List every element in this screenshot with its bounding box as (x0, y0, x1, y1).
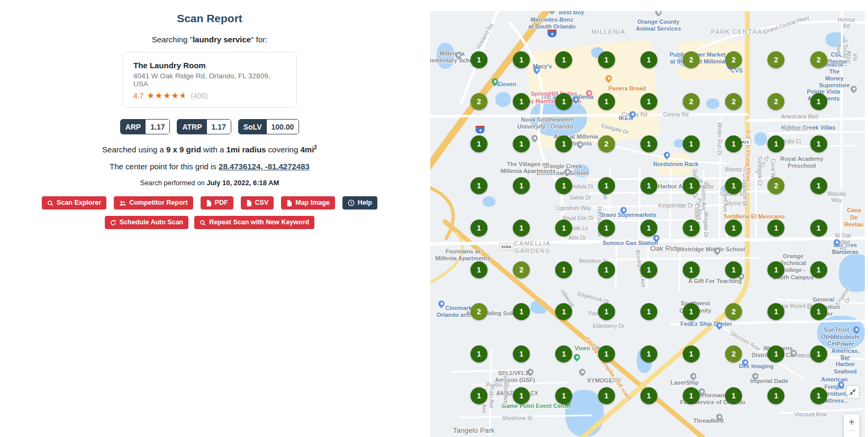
grid-marker[interactable]: 1 (555, 135, 572, 152)
grid-marker[interactable]: 2 (767, 93, 784, 110)
metric-label: SoLV (239, 120, 267, 134)
grid-marker[interactable]: 1 (640, 261, 657, 278)
grid-marker[interactable]: 2 (725, 303, 742, 320)
repeat-scan-with-new-keyword-button[interactable]: Repeat Scan with New Keyword (194, 216, 314, 229)
grid-marker[interactable]: 1 (513, 220, 530, 236)
grid-marker[interactable]: 2 (598, 135, 615, 152)
grid-marker[interactable]: 1 (810, 261, 827, 278)
grid-marker[interactable]: 1 (683, 345, 700, 362)
grid-marker[interactable]: 1 (725, 177, 742, 194)
grid-marker[interactable]: 2 (471, 93, 487, 110)
grid-marker[interactable]: 1 (598, 220, 615, 236)
grid-marker[interactable]: 1 (555, 51, 572, 68)
grid-marker[interactable]: 2 (471, 303, 487, 320)
grid-marker[interactable]: 1 (555, 345, 572, 362)
page-title: Scan Report (72, 12, 347, 25)
grid-marker[interactable]: 2 (725, 345, 742, 362)
grid-marker[interactable]: 1 (598, 303, 615, 320)
grid-marker[interactable]: 1 (725, 220, 742, 236)
grid-marker[interactable]: 1 (555, 93, 572, 110)
grid-marker[interactable]: 1 (640, 220, 657, 236)
grid-marker[interactable]: 1 (555, 303, 572, 320)
search-keyword: laundry service (193, 35, 251, 44)
business-name: The Laundry Room (133, 61, 286, 70)
grid-marker[interactable]: 1 (767, 261, 784, 278)
grid-marker[interactable]: 1 (640, 177, 657, 194)
grid-marker[interactable]: 2 (683, 51, 700, 68)
grid-marker[interactable]: 1 (471, 51, 487, 68)
grid-marker[interactable]: 1 (471, 345, 487, 362)
grid-marker[interactable]: 1 (810, 387, 827, 404)
grid-marker[interactable]: 1 (555, 220, 572, 236)
center-coordinates-link[interactable]: 28.4736124, -81.4272483 (219, 162, 310, 171)
grid-marker[interactable]: 2 (683, 93, 700, 110)
grid-marker[interactable]: 1 (513, 51, 530, 68)
grid-marker[interactable]: 1 (471, 135, 487, 152)
grid-marker[interactable]: 1 (767, 303, 784, 320)
competitor-report-button[interactable]: Competitor Report (114, 196, 193, 210)
grid-marker[interactable]: 1 (683, 177, 700, 194)
help-button[interactable]: ?Help (342, 196, 377, 210)
grid-marker[interactable]: 1 (555, 261, 572, 278)
grid-marker[interactable]: 1 (810, 177, 827, 194)
csv-button[interactable]: CSV (241, 196, 274, 210)
grid-marker[interactable]: 2 (725, 93, 742, 110)
grid-marker[interactable]: 1 (555, 387, 572, 404)
grid-marker[interactable]: 1 (513, 345, 530, 362)
grid-marker[interactable]: 1 (725, 387, 742, 404)
map-image-button[interactable]: Map Image (281, 196, 335, 210)
zoom-in-button[interactable]: + (844, 414, 860, 430)
grid-marker[interactable]: 2 (767, 177, 784, 194)
grid-marker[interactable]: 1 (767, 387, 784, 404)
grid-marker[interactable]: 1 (640, 135, 657, 152)
grid-marker[interactable]: 1 (810, 135, 827, 152)
grid-marker[interactable]: 1 (513, 387, 530, 404)
grid-marker[interactable]: 1 (555, 177, 572, 194)
grid-marker[interactable]: 1 (513, 135, 530, 152)
grid-marker[interactable]: 1 (683, 303, 700, 320)
grid-marker[interactable]: 1 (767, 135, 784, 152)
grid-marker[interactable]: 1 (598, 177, 615, 194)
pdf-button[interactable]: PDF (201, 196, 233, 210)
grid-marker[interactable]: 2 (767, 51, 784, 68)
grid-marker[interactable]: 1 (640, 345, 657, 362)
map-container[interactable]: + − MILLENIAPARK CENTRALCAMELLIA GARDENS… (430, 11, 865, 437)
grid-marker[interactable]: 1 (810, 303, 827, 320)
map-collapse-button[interactable] (846, 385, 860, 399)
grid-marker[interactable]: 1 (810, 345, 827, 362)
grid-marker[interactable]: 1 (513, 93, 530, 110)
button-label: Help (358, 199, 372, 207)
grid-marker[interactable]: 1 (598, 387, 615, 404)
grid-marker[interactable]: 1 (598, 51, 615, 68)
grid-marker[interactable]: 1 (683, 220, 700, 236)
search-performed-line: Search performed on July 10, 2022, 6:18 … (72, 179, 347, 187)
scan-explorer-button[interactable]: Scan Explorer (42, 196, 106, 210)
grid-marker[interactable]: 1 (471, 387, 487, 404)
grid-marker[interactable]: 1 (725, 135, 742, 152)
grid-marker[interactable]: 1 (810, 93, 827, 110)
grid-marker[interactable]: 1 (767, 220, 784, 236)
grid-marker[interactable]: 1 (640, 387, 657, 404)
grid-marker[interactable]: 1 (640, 303, 657, 320)
grid-marker[interactable]: 2 (810, 51, 827, 68)
grid-marker[interactable]: 1 (683, 135, 700, 152)
grid-marker[interactable]: 1 (640, 51, 657, 68)
zoom-out-button[interactable]: − (844, 431, 860, 437)
grid-marker[interactable]: 2 (513, 261, 530, 278)
grid-marker[interactable]: 1 (513, 177, 530, 194)
grid-marker[interactable]: 1 (471, 220, 487, 236)
grid-marker[interactable]: 1 (725, 261, 742, 278)
grid-marker[interactable]: 1 (513, 303, 530, 320)
grid-marker[interactable]: 2 (725, 51, 742, 68)
schedule-auto-scan-button[interactable]: Schedule Auto Scan (105, 216, 188, 229)
grid-marker[interactable]: 1 (683, 261, 700, 278)
grid-marker[interactable]: 1 (471, 177, 487, 194)
grid-marker[interactable]: 1 (471, 261, 487, 278)
grid-marker[interactable]: 1 (810, 220, 827, 236)
grid-marker[interactable]: 1 (598, 93, 615, 110)
grid-marker[interactable]: 1 (683, 387, 700, 404)
grid-marker[interactable]: 1 (640, 93, 657, 110)
grid-marker[interactable]: 1 (767, 345, 784, 362)
grid-marker[interactable]: 1 (598, 345, 615, 362)
grid-marker[interactable]: 1 (598, 261, 615, 278)
